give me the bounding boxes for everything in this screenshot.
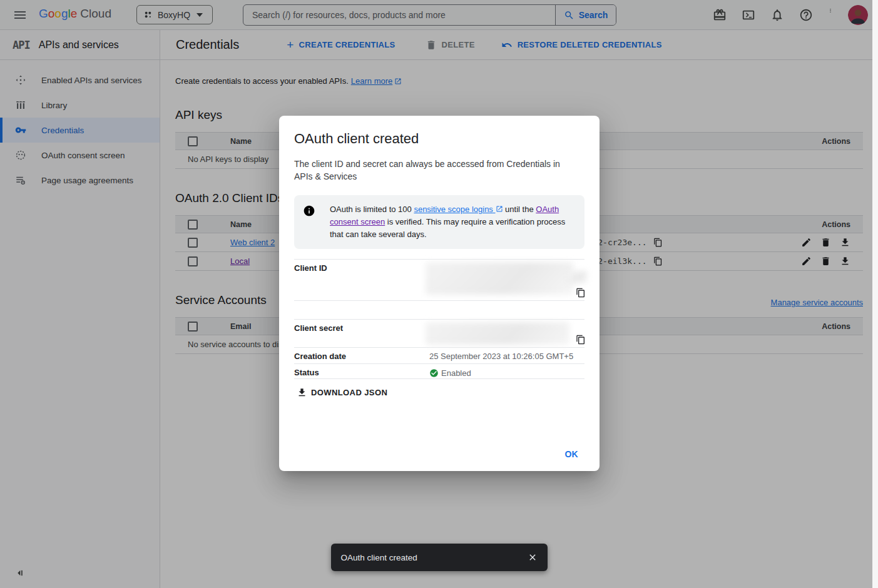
page-scrollbar[interactable] bbox=[872, 0, 878, 588]
creation-date-row: Creation date 25 September 2023 at 10:26… bbox=[294, 348, 584, 364]
copy-icon[interactable] bbox=[576, 335, 586, 345]
copy-icon[interactable] bbox=[576, 288, 586, 298]
toast: OAuth client created bbox=[331, 544, 548, 571]
check-circle-icon bbox=[429, 368, 439, 378]
status-row: Status Enabled bbox=[294, 364, 584, 379]
download-json-button[interactable]: DOWNLOAD JSON bbox=[294, 386, 390, 399]
dialog-title: OAuth client created bbox=[294, 131, 584, 147]
client-secret-row: Client secret bbox=[294, 320, 584, 348]
close-icon[interactable] bbox=[524, 549, 541, 566]
redacted-client-id bbox=[426, 262, 573, 295]
client-secret-label: Client secret bbox=[294, 320, 429, 347]
dialog-description: The client ID and secret can always be a… bbox=[294, 158, 569, 183]
toast-message: OAuth client created bbox=[341, 553, 417, 562]
client-id-row: Client ID bbox=[294, 259, 584, 301]
redacted-client-id-tail bbox=[568, 271, 587, 283]
ok-button[interactable]: OK bbox=[559, 445, 583, 463]
status-badge: Enabled bbox=[441, 368, 471, 378]
verification-notice: OAuth is limited to 100 sensitive scope … bbox=[294, 195, 584, 249]
download-icon bbox=[297, 387, 307, 398]
info-icon bbox=[303, 205, 315, 217]
creation-date-value: 25 September 2023 at 10:26:05 GMT+5 bbox=[429, 348, 584, 363]
sensitive-scope-logins-link[interactable]: sensitive scope logins bbox=[414, 205, 503, 214]
status-label: Status bbox=[294, 364, 429, 378]
creation-date-label: Creation date bbox=[294, 348, 429, 363]
notice-text: OAuth is limited to 100 sensitive scope … bbox=[330, 203, 573, 241]
redacted-client-secret bbox=[426, 322, 569, 345]
client-id-label: Client ID bbox=[294, 260, 429, 300]
oauth-client-created-dialog: OAuth client created The client ID and s… bbox=[279, 116, 600, 471]
credential-details: Client ID Client secret Creation date 25… bbox=[294, 259, 584, 379]
external-link-icon bbox=[496, 205, 503, 213]
spacer-row bbox=[294, 301, 584, 320]
